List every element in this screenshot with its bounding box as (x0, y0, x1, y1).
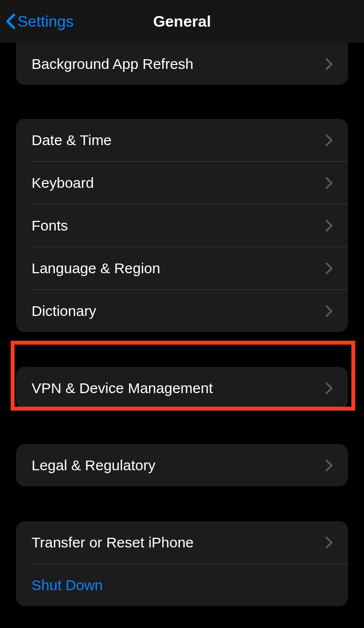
chevron-right-icon (326, 177, 332, 189)
chevron-right-icon (326, 382, 332, 394)
content-area: Background App Refresh Date & Time Keybo… (0, 43, 364, 606)
back-label: Settings (17, 13, 74, 31)
group-reset: Transfer or Reset iPhone Shut Down (16, 521, 348, 606)
row-language-region[interactable]: Language & Region (16, 247, 348, 289)
section-gap (0, 85, 364, 119)
back-button[interactable]: Settings (6, 13, 74, 31)
row-dictionary[interactable]: Dictionary (16, 290, 348, 332)
chevron-right-icon (326, 220, 332, 231)
navigation-bar: Settings General (0, 0, 364, 43)
row-label: Dictionary (32, 303, 96, 319)
row-shut-down[interactable]: Shut Down (16, 564, 348, 606)
chevron-right-icon (326, 134, 332, 146)
group-system: Date & Time Keyboard Fonts Language & Re… (16, 119, 348, 332)
chevron-right-icon (326, 305, 332, 317)
section-gap (0, 486, 364, 521)
group-legal: Legal & Regulatory (16, 444, 348, 486)
row-label: Fonts (32, 217, 68, 234)
row-date-time[interactable]: Date & Time (16, 119, 348, 161)
row-label: Transfer or Reset iPhone (32, 534, 194, 551)
row-vpn-device-management[interactable]: VPN & Device Management (16, 367, 348, 409)
row-label: Language & Region (32, 260, 160, 277)
row-label: Keyboard (32, 175, 94, 191)
row-background-app-refresh[interactable]: Background App Refresh (16, 43, 348, 85)
chevron-right-icon (326, 460, 332, 471)
section-gap (0, 409, 364, 444)
row-keyboard[interactable]: Keyboard (16, 162, 348, 204)
chevron-left-icon (6, 13, 16, 30)
row-label: Background App Refresh (32, 56, 194, 72)
chevron-right-icon (326, 263, 332, 274)
row-label: Legal & Regulatory (32, 457, 155, 474)
row-fonts[interactable]: Fonts (16, 204, 348, 247)
row-label: Shut Down (32, 577, 103, 594)
row-label: Date & Time (32, 132, 112, 149)
chevron-right-icon (326, 537, 332, 548)
group-vpn: VPN & Device Management (16, 367, 348, 409)
row-transfer-reset[interactable]: Transfer or Reset iPhone (16, 521, 348, 563)
page-title: General (153, 13, 211, 31)
group-partial: Background App Refresh (16, 43, 348, 85)
chevron-right-icon (326, 58, 332, 70)
section-gap (0, 332, 364, 367)
row-legal-regulatory[interactable]: Legal & Regulatory (16, 444, 348, 486)
row-label: VPN & Device Management (32, 380, 213, 397)
